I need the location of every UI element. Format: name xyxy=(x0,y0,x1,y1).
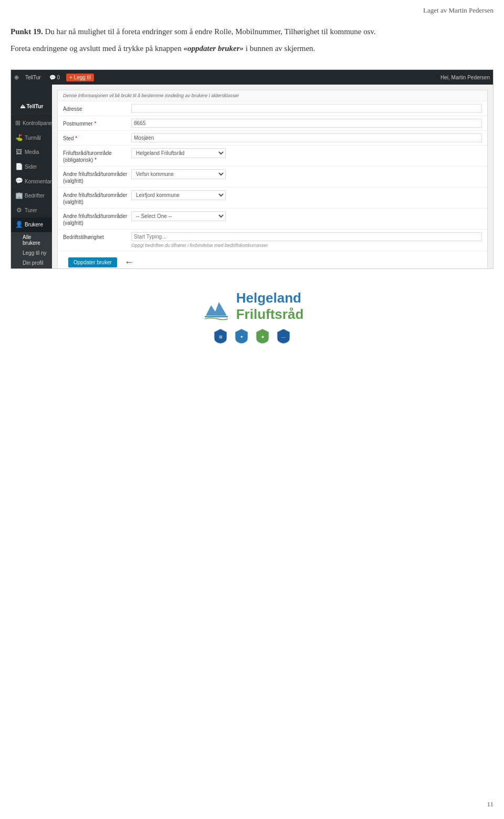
sidebar-label-media: Media xyxy=(25,149,39,155)
intro-section: Punkt 19. Du har nå mulighet til å foret… xyxy=(0,15,504,64)
screenshot-container: ⊕ TellTur 💬 0 + Legg til Hei, Martin Ped… xyxy=(10,69,494,269)
author-label: Laget av Martin Pedersen xyxy=(423,6,494,14)
update-button-row: Oppdater bruker ← xyxy=(58,251,487,268)
sidebar-label-bedrifter: Bedrifter xyxy=(25,192,45,199)
select-friluftsrad-oblig[interactable]: Helgeland Friluftsråd xyxy=(131,148,226,158)
sidebar-sub-legg-til-ny[interactable]: Legg til ny xyxy=(11,248,52,258)
sidebar-item-verkday[interactable]: 🔧 Verkday xyxy=(11,268,52,269)
select-andre-friluftsrad-2[interactable]: Leirfjord kommune xyxy=(131,190,226,200)
form-info-bar: Denne informasjonen vil bli brukt til å … xyxy=(58,90,487,101)
svg-text:✦: ✦ xyxy=(240,335,244,339)
label-bedriftstilhorighet: Bedriftstilhørighet xyxy=(63,232,131,241)
form-container: Denne informasjonen vil bli brukt til å … xyxy=(57,90,488,268)
update-user-button[interactable]: Oppdater bruker xyxy=(68,257,117,267)
select-wrapper-andre-2: Leirfjord kommune xyxy=(131,190,482,200)
hf-logo-text: Helgeland Friluftsråd xyxy=(236,290,304,323)
wp-content: Denne informasjonen vil bli brukt til å … xyxy=(52,85,493,268)
label-adresse: Adresse xyxy=(63,104,131,112)
select-wrapper-andre-1: Vefsn kommune xyxy=(131,169,482,179)
turer-icon: ⚙ xyxy=(15,206,23,215)
input-sted[interactable] xyxy=(131,133,482,142)
intro-text-1: Du har nå mulighet til å foreta endringe… xyxy=(45,27,375,36)
wp-screen: ⊕ TellTur 💬 0 + Legg til Hei, Martin Ped… xyxy=(11,70,493,268)
page-number: 11 xyxy=(487,800,494,808)
sidebar-item-brukere[interactable]: 👤 Brukere xyxy=(11,217,52,232)
sidebar-sub-alle-brukere[interactable]: Alle brukere xyxy=(11,232,52,248)
kommentarer-icon: 💬 xyxy=(15,177,23,185)
field-andre-friluftsrad-1: Vefsn kommune xyxy=(131,169,482,179)
hf-logo-text-2: Friluftsråd xyxy=(236,306,304,322)
intro-text-3: i bunnen av skjermen. xyxy=(246,44,315,53)
dashboard-icon: ⊞ xyxy=(15,119,20,128)
bedrifter-icon: 🏢 xyxy=(15,192,23,200)
svg-text:⊞: ⊞ xyxy=(219,335,223,339)
input-bedriftstilhorighet[interactable] xyxy=(131,232,482,241)
media-icon: 🖼 xyxy=(15,148,23,157)
badge-2-icon: ✦ xyxy=(233,328,250,345)
sider-icon: 📄 xyxy=(15,163,23,171)
turmal-icon: ⛳ xyxy=(15,134,23,142)
page-header: Laget av Martin Pedersen xyxy=(0,0,504,15)
hf-logo: Helgeland Friluftsråd xyxy=(201,290,304,323)
form-row-friluftsrad-oblig: Friluftsråd/turområde (obligatorisk) * H… xyxy=(58,146,487,167)
sidebar-label-sider: Sider xyxy=(25,163,37,170)
input-adresse[interactable] xyxy=(131,104,482,113)
select-andre-friluftsrad-1[interactable]: Vefsn kommune xyxy=(131,169,226,179)
label-andre-friluftsrad-1: Andre friluftsråd/turområder (valgfritt) xyxy=(63,169,131,184)
field-bedriftstilhorighet: Oppgi bedriften du tilhører i forbindels… xyxy=(131,232,482,248)
intro-text-2: Foreta endringene og avslutt med å trykk… xyxy=(10,44,182,53)
form-row-bedriftstilhorighet: Bedriftstilhørighet Oppgi bedriften du t… xyxy=(58,230,487,251)
sidebar-label-turmal: Turmål xyxy=(25,134,41,141)
legg-til-btn[interactable]: + Legg til xyxy=(66,74,94,81)
sidebar-item-kontrollpanelet[interactable]: ⊞ Kontrollpanelet xyxy=(11,116,52,131)
sidebar-item-turer[interactable]: ⚙ Turer xyxy=(11,203,52,218)
field-postnummer xyxy=(131,119,482,128)
input-postnummer[interactable] xyxy=(131,119,482,128)
comment-icon: 💬 0 xyxy=(47,75,62,80)
footer-section: Helgeland Friluftsråd ⊞ ✦ ★ — xyxy=(0,279,504,360)
label-andre-friluftsrad-2: Andre friluftsråd/turområder (valgfritt) xyxy=(63,190,131,205)
arrow-annotation: ← xyxy=(124,257,134,268)
punkt-label: Punkt 19. xyxy=(10,27,43,36)
badge-1-icon: ⊞ xyxy=(212,328,229,345)
sidebar-sub-brukere: Alle brukere Legg til ny Din profil xyxy=(11,232,52,268)
select-andre-friluftsrad-3[interactable]: -- Select One -- xyxy=(131,211,226,221)
sidebar-item-sider[interactable]: 📄 Sider xyxy=(11,160,52,174)
required-star-postnummer: * xyxy=(94,121,96,127)
sidebar-item-kommentarer[interactable]: 💬 Kommentarer xyxy=(11,174,52,189)
sidebar-sub-din-profil[interactable]: Din profil xyxy=(11,258,52,268)
hf-logo-text-1: Helgeland xyxy=(236,290,304,306)
label-postnummer: Postnummer * xyxy=(63,119,131,127)
badge-row: ⊞ ✦ ★ — xyxy=(212,328,292,345)
wp-main: Denne informasjonen vil bli brukt til å … xyxy=(52,85,493,268)
sidebar-logo-text: ⛰ TellTur xyxy=(20,103,44,109)
label-andre-friluftsrad-3: Andre friluftsråd/turområder (valgfritt) xyxy=(63,211,131,226)
required-star-sted: * xyxy=(75,136,77,141)
button-name-ref: «oppdater bruker» xyxy=(183,44,244,53)
select-wrapper-andre-3: -- Select One -- xyxy=(131,211,482,221)
form-row-adresse: Adresse xyxy=(58,101,487,116)
sidebar-item-media[interactable]: 🖼 Media xyxy=(11,145,52,160)
intro-paragraph-2: Foreta endringene og avslutt med å trykk… xyxy=(10,42,494,55)
sidebar-label-turer: Turer xyxy=(25,207,37,214)
sidebar-item-bedrifter[interactable]: 🏢 Bedrifter xyxy=(11,189,52,203)
label-sted: Sted * xyxy=(63,133,131,142)
field-adresse xyxy=(131,104,482,113)
form-row-andre-friluftsrad-3: Andre friluftsråd/turområder (valgfritt)… xyxy=(58,209,487,230)
wp-logo-icon: ⊕ xyxy=(14,74,19,81)
form-row-sted: Sted * xyxy=(58,131,487,146)
form-info-text: Denne informasjonen vil bli brukt til å … xyxy=(63,93,239,98)
svg-text:★: ★ xyxy=(261,335,265,339)
sidebar-item-turmal[interactable]: ⛳ Turmål xyxy=(11,131,52,146)
badge-3-icon: ★ xyxy=(254,328,271,345)
sidebar-label-brukere: Brukere xyxy=(25,221,43,228)
select-wrapper-friluftsrad-oblig: Helgeland Friluftsråd xyxy=(131,148,482,158)
site-name[interactable]: TellTur xyxy=(23,75,43,80)
bedrift-hint: Oppgi bedriften du tilhører i forbindels… xyxy=(131,243,482,248)
admin-bar: ⊕ TellTur 💬 0 + Legg til Hei, Martin Ped… xyxy=(11,70,493,85)
greeting-text: Hei, Martin Pedersen xyxy=(440,75,490,80)
field-andre-friluftsrad-2: Leirfjord kommune xyxy=(131,190,482,200)
field-friluftsrad-oblig: Helgeland Friluftsråd xyxy=(131,148,482,158)
hf-logo-icon xyxy=(201,291,232,322)
sidebar-logo: ⛰ TellTur xyxy=(11,99,52,114)
